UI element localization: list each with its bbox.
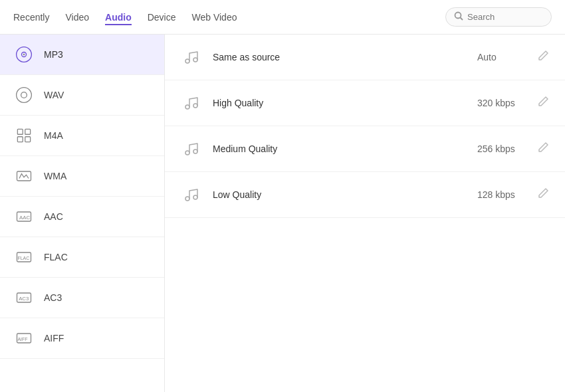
svg-rect-7 bbox=[17, 129, 23, 134]
aiff-icon: AIFF bbox=[13, 328, 35, 349]
svg-point-20 bbox=[185, 59, 189, 63]
sidebar-item-wma[interactable]: WMA bbox=[0, 156, 164, 197]
wma-icon bbox=[13, 165, 35, 187]
sidebar-label-flac: FLAC bbox=[44, 252, 68, 262]
sidebar-label-aiff: AIFF bbox=[44, 333, 64, 343]
svg-rect-8 bbox=[25, 129, 31, 134]
sidebar-item-ac3[interactable]: AC3 AC3 bbox=[0, 278, 164, 318]
sidebar-label-ac3: AC3 bbox=[44, 292, 62, 303]
quality-name-high: High Quality bbox=[213, 98, 477, 108]
sidebar: MP3 WAV M4A bbox=[0, 35, 165, 392]
top-nav: Recently Video Audio Device Web Video bbox=[0, 0, 565, 35]
svg-text:AAC: AAC bbox=[19, 215, 30, 221]
search-box bbox=[445, 7, 552, 27]
svg-point-5 bbox=[17, 88, 32, 103]
quality-name-same: Same as source bbox=[213, 52, 477, 62]
sidebar-item-mp3[interactable]: MP3 bbox=[0, 35, 164, 75]
sidebar-label-wma: WMA bbox=[44, 171, 66, 181]
sidebar-label-aac: AAC bbox=[44, 211, 63, 222]
search-icon bbox=[454, 11, 463, 23]
wav-icon bbox=[13, 84, 35, 106]
edit-icon-medium[interactable] bbox=[537, 142, 549, 156]
svg-rect-11 bbox=[17, 171, 31, 181]
svg-line-1 bbox=[461, 18, 463, 21]
quality-row-same-as-source[interactable]: Same as source Auto bbox=[165, 35, 565, 80]
main-layout: MP3 WAV M4A bbox=[0, 35, 565, 392]
nav-web-video[interactable]: Web Video bbox=[191, 9, 237, 25]
svg-point-27 bbox=[193, 195, 197, 199]
edit-icon-high[interactable] bbox=[537, 96, 549, 110]
svg-rect-10 bbox=[25, 137, 31, 142]
quality-bitrate-medium: 256 kbps bbox=[477, 144, 537, 154]
sidebar-item-m4a[interactable]: M4A bbox=[0, 116, 164, 156]
music-icon-low bbox=[181, 184, 202, 205]
svg-point-25 bbox=[193, 149, 197, 153]
sidebar-item-aac[interactable]: AAC AAC bbox=[0, 197, 164, 237]
edit-icon-same[interactable] bbox=[537, 50, 549, 64]
svg-point-22 bbox=[185, 105, 189, 109]
aac-icon: AAC bbox=[13, 206, 35, 227]
sidebar-item-wav[interactable]: WAV bbox=[0, 75, 164, 116]
quality-name-low: Low Quality bbox=[213, 189, 477, 200]
svg-text:AC3: AC3 bbox=[19, 296, 29, 302]
svg-text:AIFF: AIFF bbox=[17, 337, 27, 342]
quality-row-low[interactable]: Low Quality 128 kbps bbox=[165, 172, 565, 218]
edit-icon-low[interactable] bbox=[537, 187, 549, 202]
svg-point-21 bbox=[193, 58, 197, 62]
nav-video[interactable]: Video bbox=[65, 9, 89, 25]
flac-icon: FLAC bbox=[13, 246, 35, 268]
ac3-icon: AC3 bbox=[13, 287, 35, 308]
quality-bitrate-high: 320 kbps bbox=[477, 98, 537, 108]
mp3-icon bbox=[13, 44, 35, 65]
nav-recently[interactable]: Recently bbox=[13, 9, 49, 25]
quality-bitrate-same: Auto bbox=[477, 52, 537, 62]
sidebar-label-wav: WAV bbox=[44, 90, 64, 100]
svg-point-23 bbox=[193, 104, 197, 108]
svg-point-26 bbox=[185, 197, 189, 201]
nav-device[interactable]: Device bbox=[148, 9, 176, 25]
nav-audio[interactable]: Audio bbox=[105, 9, 132, 25]
music-icon-same bbox=[181, 47, 202, 68]
m4a-icon bbox=[13, 125, 35, 146]
quality-row-high[interactable]: High Quality 320 kbps bbox=[165, 80, 565, 126]
svg-rect-9 bbox=[17, 137, 23, 142]
sidebar-label-m4a: M4A bbox=[44, 130, 63, 141]
quality-row-medium[interactable]: Medium Quality 256 kbps bbox=[165, 126, 565, 172]
music-icon-high bbox=[181, 92, 202, 114]
svg-point-24 bbox=[185, 151, 189, 155]
quality-bitrate-low: 128 kbps bbox=[477, 189, 537, 200]
sidebar-item-aiff[interactable]: AIFF AIFF bbox=[0, 318, 164, 359]
sidebar-label-mp3: MP3 bbox=[44, 49, 63, 60]
content-area: Same as source Auto High Quality 320 kbp… bbox=[165, 35, 565, 392]
svg-text:FLAC: FLAC bbox=[17, 256, 29, 260]
search-input[interactable] bbox=[467, 12, 540, 22]
sidebar-item-flac[interactable]: FLAC FLAC bbox=[0, 237, 164, 278]
svg-point-6 bbox=[21, 92, 27, 98]
quality-name-medium: Medium Quality bbox=[213, 144, 477, 154]
svg-point-0 bbox=[455, 13, 461, 19]
music-icon-medium bbox=[181, 138, 202, 159]
svg-point-4 bbox=[23, 54, 25, 56]
